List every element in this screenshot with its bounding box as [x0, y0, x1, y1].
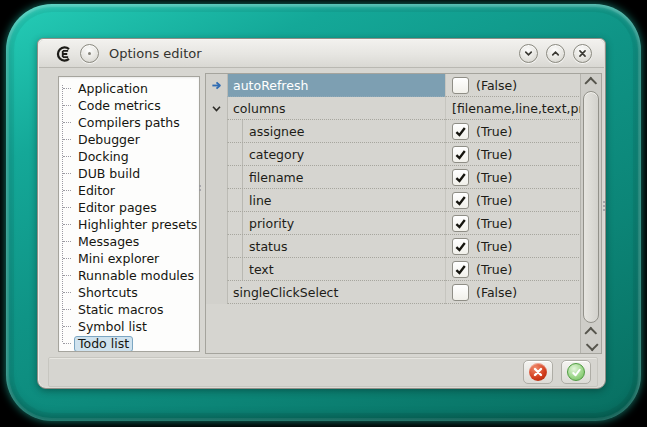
property-value: (True) — [445, 235, 581, 258]
chevron-up-icon — [584, 77, 597, 90]
sidebar-item-label: Symbol list — [74, 319, 151, 335]
sidebar-item-label: Runnable modules — [74, 268, 198, 284]
sidebar-item-application[interactable]: Application — [61, 80, 199, 97]
sidebar-item-label: Messages — [74, 234, 143, 250]
property-grid-rows: autoRefresh(False)columns[filename,line,… — [206, 74, 581, 353]
property-row-priority[interactable]: priority(True) — [206, 212, 581, 235]
checkbox-checked[interactable] — [452, 215, 469, 232]
sidebar-item-mini-explorer[interactable]: Mini explorer — [61, 250, 199, 267]
sidebar-item-editor[interactable]: Editor — [61, 182, 199, 199]
row-gutter — [206, 212, 227, 235]
scrollbar-thumb[interactable] — [583, 91, 599, 323]
property-name[interactable]: status — [227, 235, 445, 258]
cancel-button[interactable] — [523, 360, 553, 384]
property-row-status[interactable]: status(True) — [206, 235, 581, 258]
tree-line-stub — [63, 105, 71, 106]
sidebar-item-messages[interactable]: Messages — [61, 233, 199, 250]
checkbox-unchecked[interactable] — [452, 77, 469, 94]
checkbox-checked[interactable] — [452, 146, 469, 163]
close-button[interactable] — [573, 44, 592, 63]
sidebar-item-code-metrics[interactable]: Code metrics — [61, 97, 199, 114]
property-name[interactable]: text — [227, 258, 445, 281]
property-name[interactable]: columns — [227, 97, 445, 120]
property-value: (True) — [445, 212, 581, 235]
checkbox-unchecked[interactable] — [452, 284, 469, 301]
chevron-down-icon — [523, 48, 534, 59]
property-value: (False) — [445, 74, 581, 97]
row-gutter — [206, 143, 227, 166]
property-name[interactable]: priority — [227, 212, 445, 235]
chevron-up-icon — [584, 327, 597, 340]
property-row-filename[interactable]: filename(True) — [206, 166, 581, 189]
scrollbar-up-button-bottom[interactable] — [581, 326, 601, 339]
property-row-line[interactable]: line(True) — [206, 189, 581, 212]
checkbox-checked[interactable] — [452, 123, 469, 140]
sidebar-item-todo-list[interactable]: Todo list — [61, 335, 199, 352]
tree-line-stub — [63, 343, 71, 344]
sidebar-item-debugger[interactable]: Debugger — [61, 131, 199, 148]
sidebar-item-highlighter-presets[interactable]: Highlighter presets — [61, 216, 199, 233]
scrollbar-down-button[interactable] — [581, 339, 601, 352]
sidebar-item-label: DUB build — [74, 166, 144, 182]
sidebar-item-shortcuts[interactable]: Shortcuts — [61, 284, 199, 301]
property-row-text[interactable]: text(True) — [206, 258, 581, 281]
property-row-columns[interactable]: columns[filename,line,text,priority,assi… — [206, 97, 581, 120]
tree-line-stub — [63, 292, 71, 293]
shade-button[interactable] — [546, 44, 565, 63]
accept-button[interactable] — [561, 360, 591, 384]
checkbox-checked[interactable] — [452, 169, 469, 186]
checkbox-checked[interactable] — [452, 238, 469, 255]
property-name[interactable]: autoRefresh — [227, 74, 445, 97]
sidebar-item-dub-build[interactable]: DUB build — [61, 165, 199, 182]
chevron-down-icon[interactable] — [206, 97, 227, 120]
screen: Options editor ApplicationCode metricsCo… — [0, 0, 647, 427]
property-name[interactable]: category — [227, 143, 445, 166]
property-value: (True) — [445, 166, 581, 189]
checkbox-checked[interactable] — [452, 261, 469, 278]
property-row-assignee[interactable]: assignee(True) — [206, 120, 581, 143]
sidebar-item-label: Mini explorer — [74, 251, 163, 267]
property-row-category[interactable]: category(True) — [206, 143, 581, 166]
property-name[interactable]: line — [227, 189, 445, 212]
sidebar-item-editor-pages[interactable]: Editor pages — [61, 199, 199, 216]
property-value[interactable]: [filename,line,text,priority,assigne — [445, 97, 581, 120]
property-grid: autoRefresh(False)columns[filename,line,… — [205, 73, 602, 354]
window-title: Options editor — [109, 46, 202, 61]
property-name[interactable]: singleClickSelect — [227, 281, 445, 304]
sidebar-item-label: Static macros — [74, 302, 167, 318]
splitter-grip-right[interactable] — [603, 201, 605, 211]
property-name[interactable]: filename — [227, 166, 445, 189]
property-value: (True) — [445, 143, 581, 166]
row-gutter — [206, 235, 227, 258]
sidebar-item-label: Code metrics — [74, 98, 165, 114]
grid-vertical-scrollbar[interactable] — [580, 74, 601, 353]
window-frame: Options editor ApplicationCode metricsCo… — [6, 4, 641, 421]
minimize-button[interactable] — [519, 44, 538, 63]
splitter-grip-left[interactable] — [199, 185, 201, 191]
sidebar-item-label: Debugger — [74, 132, 144, 148]
tree-line-stub — [63, 156, 71, 157]
sidebar-item-compilers-paths[interactable]: Compilers paths — [61, 114, 199, 131]
sidebar-item-docking[interactable]: Docking — [61, 148, 199, 165]
property-value: (True) — [445, 120, 581, 143]
property-name[interactable]: assignee — [227, 120, 445, 143]
property-row-singleclickselect[interactable]: singleClickSelect(False) — [206, 281, 581, 304]
sidebar-item-static-macros[interactable]: Static macros — [61, 301, 199, 318]
row-gutter — [206, 258, 227, 281]
property-row-autorefresh[interactable]: autoRefresh(False) — [206, 74, 581, 97]
accept-check-icon — [567, 363, 585, 381]
value-label: (False) — [476, 78, 517, 93]
sidebar-item-runnable-modules[interactable]: Runnable modules — [61, 267, 199, 284]
sidebar-item-symbol-list[interactable]: Symbol list — [61, 318, 199, 335]
category-tree: ApplicationCode metricsCompilers pathsDe… — [58, 76, 200, 352]
checkbox-checked[interactable] — [452, 192, 469, 209]
value-label: (True) — [476, 193, 512, 208]
window-controls — [519, 44, 592, 63]
window-menu-button[interactable] — [80, 44, 99, 63]
scrollbar-up-button[interactable] — [581, 76, 601, 89]
value-label: (True) — [476, 124, 512, 139]
tree-line-stub — [63, 173, 71, 174]
sidebar-item-label: Editor — [74, 183, 119, 199]
value-label: (False) — [476, 285, 517, 300]
titlebar[interactable]: Options editor — [39, 40, 604, 68]
